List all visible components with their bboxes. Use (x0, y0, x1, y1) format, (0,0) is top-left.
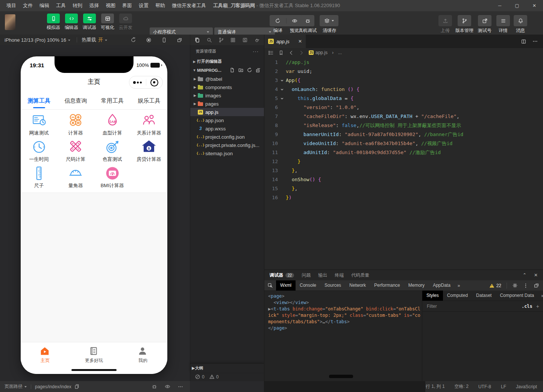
wxml-node-2[interactable]: <view></view> (268, 300, 420, 306)
close-button[interactable]: ✕ (526, 0, 543, 11)
grid-item-speed-test[interactable]: 网速测试 (21, 113, 57, 136)
collapse-all-icon[interactable] (255, 67, 261, 73)
styles-tab-dataset[interactable]: Dataset (472, 291, 496, 301)
styles-overflow-icon[interactable]: » (538, 293, 543, 298)
maximize-button[interactable]: ▢ (508, 0, 526, 11)
compile-button[interactable] (270, 18, 286, 24)
clear-cache-button[interactable]: 清缓存 (320, 15, 339, 34)
eye-icon[interactable] (165, 384, 170, 389)
record-icon[interactable] (146, 37, 152, 43)
styles-tab-styles[interactable]: Styles (422, 291, 443, 301)
status-item-5[interactable]: JavaScript (516, 384, 537, 389)
device-select[interactable]: iPhone 12/13 (Pro) 100% 16 (0, 37, 66, 43)
editor-more-icon[interactable] (532, 39, 538, 44)
phone-tab-item[interactable]: 娱乐工具 (131, 92, 168, 109)
fold-chevron-icon[interactable] (278, 76, 286, 85)
menu-item-9[interactable]: 设置 (135, 0, 152, 11)
menu-item-6[interactable]: 选择 (86, 0, 102, 11)
capsule-menu[interactable] (129, 76, 163, 89)
grid-item-size-calc[interactable]: 尺码计算 (58, 139, 94, 163)
grid-item-life-time[interactable]: 一生时间 (21, 139, 57, 163)
styles-tab-computed[interactable]: Computed (443, 291, 472, 301)
tab-app-js[interactable]: JS app.js ✕ (264, 35, 306, 48)
menu-item-11[interactable]: 微信开发者工具 (168, 0, 209, 11)
phone-simulator[interactable]: 19:31 100% 主页 测算工具信息查询常用工具娱乐工具 网速测试计算器AB… (21, 56, 167, 374)
bug-icon[interactable] (152, 384, 157, 389)
detach-window-icon[interactable] (177, 37, 182, 43)
new-file-icon[interactable] (229, 67, 235, 73)
grid-item-protractor[interactable]: 量角器 (58, 165, 94, 189)
debugger-tab-5[interactable]: 代码质量 (351, 272, 369, 278)
outline-section[interactable]: ▶大纲 (190, 363, 264, 372)
status-item-1[interactable]: 行 1, 列 1 (426, 383, 445, 390)
snippets-icon[interactable] (242, 37, 248, 43)
version-control-button[interactable]: 版本管理 (455, 15, 474, 34)
refresh-explorer-icon[interactable] (247, 67, 252, 73)
test-account-button[interactable]: 测试号 (477, 15, 493, 34)
grid-item-calculator[interactable]: 计算器 (58, 113, 94, 136)
outline-list-icon[interactable] (268, 50, 274, 56)
editor-panel-button[interactable]: 编辑器 (62, 14, 80, 31)
collapse-panel-icon[interactable]: ⌃ (523, 272, 526, 278)
menu-item-3[interactable]: 编辑 (36, 0, 53, 11)
extensions-icon[interactable] (230, 37, 236, 43)
undock-icon[interactable] (534, 283, 539, 288)
file-item-project.private.config.js...[interactable]: {..}project.private.config.js... (190, 141, 264, 149)
menu-item-10[interactable]: 帮助 (152, 0, 168, 11)
cls-button[interactable]: .cls (522, 304, 532, 309)
device-frame-icon[interactable] (161, 37, 167, 43)
devtools-tab-network[interactable]: Network (345, 280, 370, 291)
styles-tab-component-data[interactable]: Component Data (496, 291, 538, 301)
breadcrumb-more[interactable]: ... (338, 50, 342, 55)
file-item-app.wxss[interactable]: 3app.wxss (190, 124, 264, 133)
source-control-icon[interactable] (218, 37, 224, 43)
close-tab-icon[interactable]: ✕ (298, 39, 302, 44)
rotate-device-icon[interactable] (130, 37, 136, 43)
split-editor-icon[interactable] (521, 39, 526, 44)
bookmark-icon[interactable] (278, 50, 284, 56)
open-editors-section[interactable]: ▶打开的编辑器 (190, 57, 264, 66)
file-item-components[interactable]: ▶components (190, 83, 264, 91)
devtools-tab-console[interactable]: Console (296, 280, 320, 291)
grid-item-ruler[interactable]: 尺子 (21, 165, 57, 189)
grid-item-blood-type[interactable]: AB血型计算 (94, 113, 130, 136)
grid-item-bmi[interactable]: BMI计算器 (94, 165, 130, 189)
status-item-2[interactable]: 空格: 2 (455, 383, 469, 390)
copy-icon[interactable] (74, 384, 79, 389)
inspect-element-icon[interactable] (267, 283, 273, 288)
file-item-app.json[interactable]: {..}app.json (190, 116, 264, 124)
menu-item-8[interactable]: 界面 (119, 0, 135, 11)
grid-item-mortgage[interactable]: $房贷计算器 (131, 139, 167, 163)
close-panel-icon[interactable]: ✕ (534, 272, 538, 278)
menu-item-1[interactable]: 项目 (3, 0, 20, 11)
fold-chevron-icon[interactable] (278, 94, 286, 103)
new-folder-icon[interactable] (238, 67, 244, 73)
file-item-images[interactable]: ▶images (190, 91, 264, 100)
debugger-tab-1[interactable]: 调试器22 (270, 272, 294, 278)
file-item-@babel[interactable]: ▶@babel (190, 75, 264, 83)
kebab-menu-icon[interactable] (523, 283, 528, 288)
phone-tab-item[interactable]: 常用工具 (94, 92, 131, 109)
devtools-tab-sources[interactable]: Sources (320, 280, 345, 291)
search-icon[interactable] (206, 37, 212, 43)
breadcrumb-file[interactable]: JS app.js (309, 50, 328, 55)
menu-item-2[interactable]: 文件 (20, 0, 36, 11)
files-icon[interactable] (194, 37, 200, 43)
devtools-tab-memory[interactable]: Memory (404, 280, 429, 291)
wxml-node-4[interactable]: </page> (268, 325, 420, 331)
menu-item-4[interactable]: 工具 (53, 0, 69, 11)
file-item-project.config.json[interactable]: {..}project.config.json (190, 133, 264, 141)
devtools-tab-performance[interactable]: Performance (370, 280, 404, 291)
warning-count[interactable]: 22 (489, 283, 501, 288)
wxml-node-1[interactable]: <page> (268, 293, 420, 300)
debugger-tab-3[interactable]: 输出 (318, 272, 327, 278)
status-item-3[interactable]: UTF-8 (478, 384, 491, 389)
user-avatar[interactable] (5, 14, 15, 30)
remote-debug-button[interactable]: 真机调试 (298, 15, 317, 34)
upload-button[interactable]: 上传 (438, 15, 452, 34)
project-section[interactable]: ▼MINIPROG... (190, 66, 264, 74)
wxml-node-3[interactable]: ▶<t-tabs bind:change="onTabsChange" bind… (268, 306, 420, 325)
filter-input[interactable] (426, 303, 518, 309)
file-item-app.js[interactable]: JSapp.js (190, 108, 264, 116)
simulator-panel-button[interactable]: 模拟器 (44, 14, 62, 31)
